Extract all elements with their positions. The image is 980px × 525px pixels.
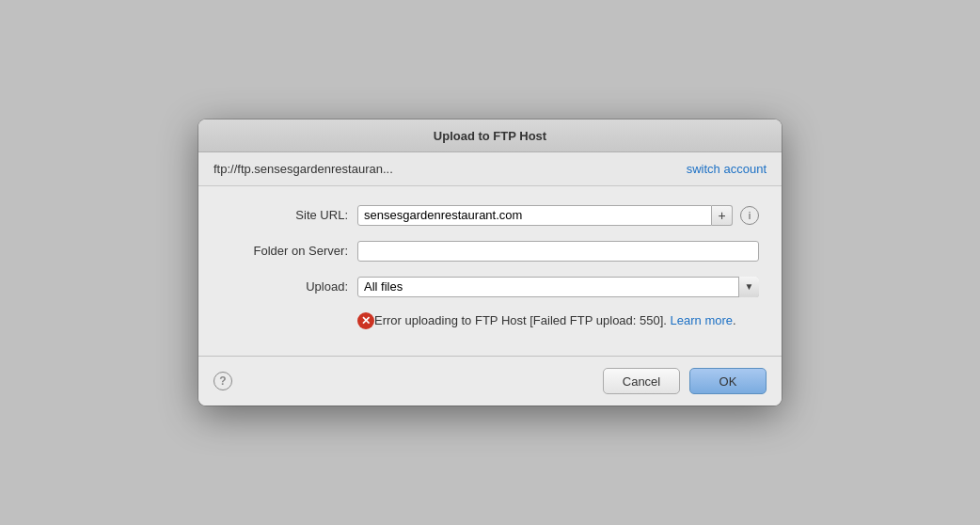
folder-label: Folder on Server:: [221, 244, 357, 258]
info-icon[interactable]: i: [740, 206, 759, 225]
dialog-title: Upload to FTP Host: [434, 129, 546, 143]
error-text: Error uploading to FTP Host [Failed FTP …: [374, 312, 736, 329]
help-icon[interactable]: ?: [213, 372, 232, 390]
switch-account-link[interactable]: switch account: [687, 162, 767, 176]
upload-select-wrapper: All files Changed files only Selected fi…: [357, 277, 759, 297]
site-url-input[interactable]: [357, 205, 712, 226]
upload-dropdown-wrapper: All files Changed files only Selected fi…: [357, 277, 759, 297]
learn-more-link[interactable]: Learn more: [671, 313, 733, 327]
error-message: Error uploading to FTP Host [Failed FTP …: [374, 313, 671, 327]
cancel-button[interactable]: Cancel: [603, 368, 680, 394]
site-url-input-wrapper: + i: [357, 205, 759, 226]
ftp-url-display: ftp://ftp.sensesgardenrestauran...: [213, 162, 393, 176]
error-suffix: .: [733, 313, 736, 327]
button-bar: ? Cancel OK: [198, 357, 782, 406]
ok-button[interactable]: OK: [689, 368, 767, 394]
upload-row: Upload: All files Changed files only Sel…: [221, 277, 759, 297]
upload-label: Upload:: [221, 279, 357, 294]
plus-button[interactable]: +: [712, 205, 733, 226]
upload-ftp-dialog: Upload to FTP Host ftp://ftp.sensesgarde…: [198, 119, 782, 406]
error-icon: ✕: [357, 312, 374, 329]
site-url-row: Site URL: + i: [221, 205, 759, 226]
account-bar: ftp://ftp.sensesgardenrestauran... switc…: [198, 152, 782, 186]
folder-input[interactable]: [357, 241, 759, 262]
site-url-label: Site URL:: [221, 208, 357, 222]
folder-input-wrapper: [357, 241, 759, 262]
form-area: Site URL: + i Folder on Server: Upload: …: [198, 186, 782, 356]
upload-select[interactable]: All files Changed files only Selected fi…: [357, 277, 759, 297]
title-bar: Upload to FTP Host: [198, 119, 782, 152]
error-row: ✕ Error uploading to FTP Host [Failed FT…: [357, 312, 759, 329]
folder-server-row: Folder on Server:: [221, 241, 759, 262]
